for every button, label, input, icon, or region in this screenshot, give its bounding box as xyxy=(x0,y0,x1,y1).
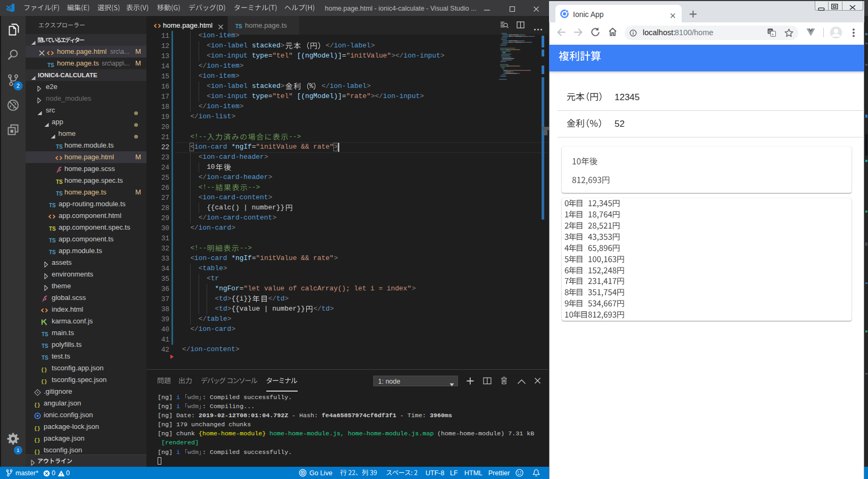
svg-text:{}: {} xyxy=(34,437,40,443)
svg-text:{}: {} xyxy=(34,449,40,455)
svg-text:TS: TS xyxy=(47,62,54,68)
svg-text:TS: TS xyxy=(56,144,63,150)
svg-text:{}: {} xyxy=(41,379,47,385)
svg-text:{}: {} xyxy=(34,402,40,408)
svg-text:{}: {} xyxy=(41,367,47,373)
svg-text:TS: TS xyxy=(49,249,56,255)
svg-text:{}: {} xyxy=(34,426,40,432)
svg-text:TS: TS xyxy=(42,343,48,349)
svg-text:TS: TS xyxy=(49,238,56,243)
svg-text:TS: TS xyxy=(49,226,56,232)
svg-text:TS: TS xyxy=(235,23,242,29)
svg-text:TS: TS xyxy=(42,331,48,337)
svg-text:x: x xyxy=(772,32,774,37)
svg-text:TS: TS xyxy=(56,179,63,185)
svg-text:1: 1 xyxy=(17,447,19,453)
svg-text:TS: TS xyxy=(56,191,63,197)
svg-text:TS: TS xyxy=(49,202,56,208)
svg-text:TS: TS xyxy=(42,355,48,361)
svg-text:2: 2 xyxy=(17,83,20,89)
